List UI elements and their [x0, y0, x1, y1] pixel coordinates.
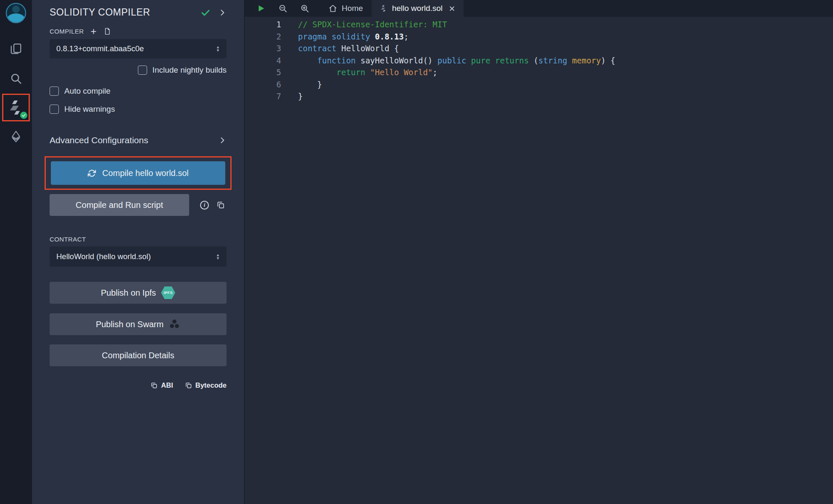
code-token — [298, 68, 337, 77]
code-line[interactable]: 5 return "Hello World"; — [245, 66, 833, 79]
compiler-version-select[interactable]: 0.8.13+commit.abaa5c0e ▲▼ — [50, 39, 227, 58]
nightly-builds-label: Include nightly builds — [153, 66, 227, 75]
code-line[interactable]: 4 function sayHelloWorld() public pure r… — [245, 55, 833, 67]
copy-icon[interactable] — [216, 201, 225, 209]
code-token: sayHelloWorld() — [361, 56, 438, 65]
code-line[interactable]: 2 pragma solidity 0.8.13; — [245, 31, 833, 43]
file-icon[interactable] — [103, 27, 111, 35]
tab-home[interactable]: Home — [320, 0, 372, 17]
code-token: HelloWorld { — [341, 44, 399, 53]
contract-label: CONTRACT — [50, 236, 227, 243]
contract-select[interactable]: HelloWorld (hello world.sol) ▲▼ — [50, 247, 227, 267]
abi-bytecode-row: ABI Bytecode — [50, 381, 227, 389]
code-token: // SPDX-License-Identifier: MIT — [298, 20, 447, 29]
line-number: 1 — [245, 18, 281, 31]
deploy-run-icon[interactable] — [6, 127, 26, 146]
zoom-out-icon[interactable] — [278, 4, 287, 13]
tab-home-label: Home — [342, 4, 363, 13]
compile-success-badge — [19, 111, 28, 120]
publish-swarm-label: Publish on Swarm — [96, 320, 163, 329]
compilation-details-button[interactable]: Compilation Details — [50, 344, 227, 366]
file-explorer-icon[interactable] — [6, 39, 26, 58]
code-token — [298, 56, 317, 65]
ipfs-icon: IPFS — [161, 286, 175, 299]
code-line[interactable]: 7 } — [245, 90, 833, 102]
info-icon[interactable]: i — [200, 201, 209, 210]
code-token: ; — [432, 68, 437, 77]
home-icon — [329, 4, 337, 13]
code-token: } — [298, 80, 322, 89]
chevron-right-icon — [218, 136, 227, 144]
compile-run-label: Compile and Run script — [76, 200, 163, 210]
code-line[interactable]: 3 contract HelloWorld { — [245, 42, 833, 55]
editor-toolbar — [245, 0, 320, 17]
code-token: "Hello World" — [370, 68, 433, 77]
line-number: 2 — [245, 31, 281, 43]
search-icon[interactable] — [6, 69, 26, 88]
code-token: } — [298, 92, 303, 101]
ipfs-badge-text: IPFS — [163, 291, 172, 295]
compiler-version-value: 0.8.13+commit.abaa5c0e — [56, 44, 144, 53]
code-text: contract HelloWorld { — [298, 42, 399, 55]
code-line[interactable]: 6 } — [245, 79, 833, 91]
compilation-details-label: Compilation Details — [102, 351, 174, 360]
code-token: 0.8.13 — [375, 32, 404, 41]
copy-bytecode-button[interactable]: Bytecode — [185, 381, 227, 389]
code-editor[interactable]: 1 // SPDX-License-Identifier: MIT 2 prag… — [245, 17, 833, 504]
run-script-icon[interactable] — [256, 4, 266, 13]
copy-abi-button[interactable]: ABI — [150, 381, 173, 389]
code-token: string — [538, 56, 572, 65]
hide-warnings-label: Hide warnings — [64, 105, 115, 114]
remix-logo-icon[interactable] — [5, 2, 27, 24]
auto-compile-label: Auto compile — [64, 87, 111, 96]
chevron-right-icon[interactable] — [218, 8, 227, 17]
code-token: ( — [534, 56, 538, 65]
publish-ipfs-label: Publish on Ipfs — [101, 288, 156, 298]
nightly-builds-row: Include nightly builds — [50, 66, 227, 75]
tab-file-label: hello world.sol — [392, 4, 443, 13]
compile-button[interactable]: Compile hello world.sol — [51, 161, 225, 185]
line-number: 6 — [245, 79, 281, 91]
panel-header: SOLIDITY COMPILER — [50, 7, 227, 18]
hide-warnings-row: Hide warnings — [50, 105, 227, 114]
abi-label: ABI — [161, 381, 173, 389]
nightly-builds-checkbox[interactable] — [138, 66, 147, 75]
swarm-icon — [169, 319, 180, 330]
hide-warnings-checkbox[interactable] — [50, 105, 59, 114]
line-number: 4 — [245, 55, 281, 67]
code-text: return "Hello World"; — [298, 66, 438, 79]
code-token: function — [317, 56, 361, 65]
code-text: pragma solidity 0.8.13; — [298, 31, 409, 43]
code-token: return — [337, 68, 370, 77]
close-icon[interactable] — [449, 5, 455, 12]
compiler-section: COMPILER + — [50, 27, 227, 35]
publish-swarm-button[interactable]: Publish on Swarm — [50, 313, 227, 335]
code-token: contract — [298, 44, 341, 53]
add-compiler-icon[interactable]: + — [91, 28, 97, 35]
publish-ipfs-button[interactable]: Publish on Ipfs IPFS — [50, 282, 227, 304]
refresh-icon — [87, 169, 96, 178]
panel-title: SOLIDITY COMPILER — [50, 7, 150, 18]
compile-highlight-box: Compile hello world.sol — [45, 156, 232, 190]
code-text: } — [298, 90, 303, 102]
code-token: ; — [404, 32, 409, 41]
advanced-configurations[interactable]: Advanced Configurations — [50, 135, 227, 145]
icon-sidebar — [0, 0, 32, 504]
editor-area: Home hello world.sol 1 // SPDX-License-I… — [244, 0, 833, 504]
compile-run-button[interactable]: Compile and Run script — [50, 194, 189, 216]
code-line[interactable]: 1 // SPDX-License-Identifier: MIT — [245, 18, 833, 31]
zoom-in-icon[interactable] — [300, 4, 309, 13]
line-number: 3 — [245, 42, 281, 55]
tab-hello-world-sol[interactable]: hello world.sol — [372, 0, 464, 17]
compile-run-row: Compile and Run script i — [50, 194, 227, 216]
advanced-configurations-label: Advanced Configurations — [50, 135, 148, 145]
solidity-compiler-panel: SOLIDITY COMPILER COMPILER + 0.8.13+comm… — [32, 0, 244, 504]
remix-ide: SOLIDITY COMPILER COMPILER + 0.8.13+comm… — [0, 0, 833, 504]
code-text: } — [298, 79, 322, 91]
solidity-compiler-icon[interactable] — [2, 94, 30, 121]
code-text: // SPDX-License-Identifier: MIT — [298, 18, 447, 31]
code-token: pure — [471, 56, 495, 65]
auto-compile-checkbox[interactable] — [50, 87, 59, 96]
contract-value: HelloWorld (hello world.sol) — [56, 252, 151, 261]
code-token: ) { — [601, 56, 615, 65]
